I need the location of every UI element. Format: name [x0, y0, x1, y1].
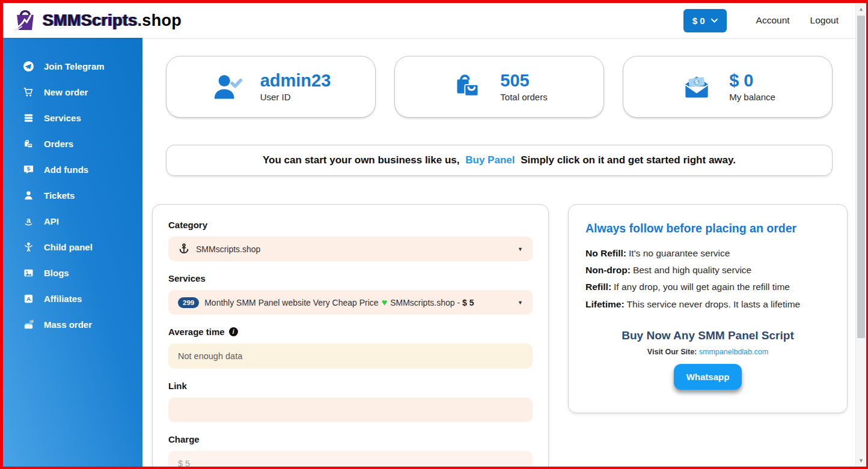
sidebar-item-label: Orders [44, 139, 73, 149]
green-heart-icon: ♥ [382, 297, 388, 308]
category-select[interactable]: SMMscripts.shop ▼ [168, 237, 533, 261]
scrollbar-thumb[interactable] [857, 16, 865, 338]
brand-name-tld: .shop [138, 11, 182, 29]
user-check-icon [211, 70, 245, 104]
sidebar-item-label: Mass order [44, 319, 92, 330]
service-name: Monthly SMM Panel website Very Cheap Pri… [204, 298, 378, 307]
rule-term: No Refill: [585, 248, 626, 258]
sidebar-item-services[interactable]: Services [3, 105, 142, 131]
sidebar-item-new-order[interactable]: New order [3, 79, 142, 105]
rule-non-drop: Non-drop:Best and high quality service [585, 262, 830, 279]
svg-text:$: $ [27, 166, 30, 172]
stats-row: admin23 User ID 505 Total orders [166, 56, 833, 118]
sidebar-item-label: New order [44, 87, 88, 97]
sidebar-item-tickets[interactable]: Tickets [3, 183, 142, 208]
caret-down-icon: ▼ [518, 246, 523, 252]
sidebar-item-label: Tickets [44, 190, 75, 201]
brand-name-main: SMMScripts [43, 11, 138, 29]
new-order-form: Category SMMscripts.shop ▼ [152, 204, 549, 467]
api-icon: a [23, 216, 34, 227]
sidebar-item-label: API [44, 216, 59, 226]
charge-label: Charge [168, 434, 533, 444]
promo-title: Buy Now Any SMM Panel Script [585, 329, 830, 342]
user-icon [23, 190, 34, 201]
charge-input[interactable] [168, 451, 533, 467]
sidebar-item-label: Child panel [44, 242, 93, 252]
mass-order-icon [23, 319, 34, 330]
logout-link[interactable]: Logout [800, 11, 849, 29]
sidebar-item-child-panel[interactable]: Child panel [3, 234, 142, 260]
rule-refill: Refill:If any drop, you will get again t… [585, 279, 830, 295]
svg-text:A: A [26, 295, 31, 302]
brand-logo[interactable]: SMMScripts.shop [11, 7, 182, 34]
affiliate-icon: A [23, 293, 34, 304]
visit-line: Visit Our Site: smmpanelbdlab.com [585, 348, 830, 356]
balance-dropdown-button[interactable]: $ 0 [683, 9, 727, 32]
shopping-bags-icon [451, 70, 484, 104]
service-site: SMMscripts.shop - [390, 298, 460, 307]
account-link[interactable]: Account [746, 11, 800, 29]
rule-desc: This service never drops. It lasts a lif… [627, 299, 801, 309]
scroll-up-arrow-icon[interactable]: ▲ [856, 4, 866, 14]
sidebar-item-blogs[interactable]: Blogs [3, 260, 142, 286]
shopping-bag-icon [23, 138, 34, 150]
brand-name: SMMScripts.shop [43, 11, 182, 30]
vertical-scrollbar[interactable]: ▲ ▼ [855, 3, 866, 467]
main-content: admin23 User ID 505 Total orders [142, 38, 856, 467]
money-envelope-icon: $ [680, 70, 714, 104]
stat-value: $ 0 [729, 71, 775, 91]
service-price: $ 5 [462, 298, 474, 307]
banner-text-after: Simply click on it and get started right… [521, 154, 736, 166]
stat-text: 505 Total orders [500, 71, 547, 103]
link-input[interactable] [168, 398, 533, 422]
average-time-field: Not enough data [168, 343, 533, 369]
sidebar-nav: Join Telegram New order Services [3, 38, 142, 467]
telegram-icon [23, 61, 34, 72]
svg-text:a: a [26, 216, 31, 225]
info-icon[interactable]: i [229, 327, 238, 336]
scroll-down-arrow-icon[interactable]: ▼ [856, 456, 866, 465]
category-value: SMMscripts.shop [196, 244, 260, 254]
stat-value: admin23 [260, 71, 331, 91]
services-select[interactable]: 299 Monthly SMM Panel website Very Cheap… [168, 290, 533, 315]
visit-site-link[interactable]: smmpanelbdlab.com [699, 348, 768, 356]
buy-panel-link[interactable]: Buy Panel [465, 154, 515, 166]
stat-text: admin23 User ID [260, 71, 331, 103]
caret-down-icon: ▼ [518, 300, 523, 306]
rule-term: Lifetime: [585, 299, 625, 309]
stat-label: My balance [729, 92, 775, 102]
sidebar-item-label: Blogs [44, 268, 69, 278]
category-label: Category [168, 220, 533, 230]
sidebar-item-affiliates[interactable]: A Affiliates [3, 286, 142, 312]
link-label: Link [168, 381, 533, 391]
rule-no-refill: No Refill:It's no guarantee service [585, 245, 830, 262]
content-row: Category SMMscripts.shop ▼ [152, 204, 848, 467]
rule-desc: Best and high quality service [633, 265, 751, 275]
sidebar-item-mass-order[interactable]: Mass order [3, 312, 142, 337]
average-time-value: Not enough data [178, 351, 242, 361]
sidebar-item-orders[interactable]: Orders [3, 131, 142, 157]
rule-term: Refill: [585, 282, 611, 292]
banner-text-before: You can start your own business like us, [263, 154, 460, 166]
anchor-icon [178, 243, 190, 255]
stat-value: 505 [500, 71, 547, 91]
shopping-bag-arrow-logo-icon [11, 7, 39, 34]
whatsapp-wrap: Whatsapp [585, 364, 830, 390]
average-time-label-text: Average time [168, 327, 225, 337]
page: SMMScripts.shop $ 0 Account Logout Join … [0, 0, 868, 469]
header-actions: $ 0 Account Logout [683, 9, 849, 32]
sidebar-item-add-funds[interactable]: $ Add funds [3, 157, 142, 183]
order-info-panel: Always follow before placing an order No… [568, 204, 848, 413]
stat-label: User ID [260, 92, 331, 102]
sidebar-item-api[interactable]: a API [3, 208, 142, 234]
sidebar-item-join-telegram[interactable]: Join Telegram [3, 53, 142, 79]
whatsapp-button[interactable]: Whatsapp [674, 364, 742, 390]
child-icon [23, 241, 34, 253]
top-header: SMMScripts.shop $ 0 Account Logout [3, 3, 856, 38]
balance-amount: $ 0 [692, 16, 705, 26]
image-icon [23, 267, 34, 279]
info-panel-title: Always follow before placing an order [585, 222, 830, 235]
service-id-badge: 299 [178, 297, 199, 308]
sidebar-item-label: Add funds [44, 165, 88, 175]
rule-term: Non-drop: [585, 265, 631, 275]
